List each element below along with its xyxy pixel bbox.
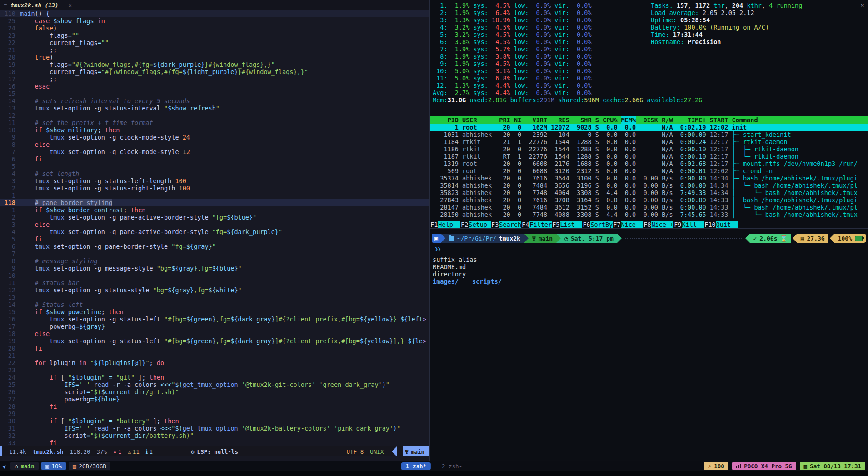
code-line[interactable]: 21 [0, 352, 429, 359]
code-line[interactable]: 1 [0, 192, 429, 199]
code-line[interactable]: 19 tmux set-option -g status-left "#[bg=… [0, 337, 429, 345]
code-line[interactable]: 2 tmux set-option -g status-right-length… [0, 185, 429, 192]
code-line[interactable]: 20 true) [0, 54, 429, 61]
code-line[interactable]: 9 tmux set-option -g clock-mode-style 24 [0, 134, 429, 141]
code-line[interactable]: 28 fi [0, 403, 429, 410]
code-line[interactable]: 6 tmux set-option -g pane-border-style "… [0, 243, 429, 250]
column-header-mem[interactable]: MEM% [621, 116, 636, 124]
column-header-cmd[interactable]: Command [732, 116, 758, 124]
code-line[interactable]: 10 [0, 272, 429, 279]
column-header-shr[interactable]: SHR [573, 116, 592, 124]
code-line[interactable]: 14 # sets refresh interval to every 5 se… [0, 97, 429, 105]
fkey-f5[interactable]: F5List [552, 221, 582, 228]
process-row[interactable]: 1186 rtkit 20 0 22776 1544 1288 S 0.0 0.… [430, 145, 868, 153]
code-line[interactable]: 31 IFS=' ' read -r -a colors <<<"$(get_t… [0, 425, 429, 432]
fkey-f9[interactable]: F9Kill [673, 221, 704, 228]
fkey-f3[interactable]: F3Search [491, 221, 521, 228]
fkey-f2[interactable]: F2Setup [460, 221, 491, 228]
column-header-time[interactable]: TIME+ [677, 116, 706, 124]
process-row[interactable]: 27843 abhishek 20 0 7616 3708 3164 S 0.0… [430, 196, 868, 204]
code-line[interactable]: 9 tmux set-option -g message-style "bg=$… [0, 265, 429, 272]
fkey-f8[interactable]: F8Nice + [643, 221, 673, 228]
process-row[interactable]: 1319 root 20 0 6608 2176 1688 S 0.0 0.0 … [430, 160, 868, 167]
fkey-f4[interactable]: F4Filter [521, 221, 552, 228]
code-line[interactable]: 33 fi [0, 439, 429, 446]
fkey-f1[interactable]: F1Help [430, 221, 460, 228]
column-header-disk[interactable]: DISK R/W [639, 116, 673, 124]
code-line[interactable]: 18 else [0, 330, 429, 337]
code-line[interactable]: 15 [0, 90, 429, 97]
code-line[interactable]: 4 # set length [0, 170, 429, 177]
code-line[interactable]: 16 tmux set-option -g status-left "#[bg=… [0, 316, 429, 323]
column-header-start[interactable]: START [710, 116, 728, 124]
window-close-icon[interactable]: × [861, 1, 864, 9]
process-row[interactable]: 1 root 20 0 162M 12072 9028 S 0.0 0.0 N/… [430, 124, 868, 131]
session-segment[interactable]: ⌂ main [10, 462, 39, 470]
code-line[interactable]: 25 IFS=' ' read -r -a colors <<<"$(get_t… [0, 381, 429, 388]
column-header-cpu[interactable]: CPU% [603, 116, 618, 124]
code-area[interactable]: 110main() {25 case $show_flags in24 fals… [0, 10, 429, 446]
process-row[interactable]: 35814 abhishek 20 0 7484 3656 3196 S 0.0… [430, 182, 868, 189]
column-header-pri[interactable]: PRI [499, 116, 510, 124]
code-line[interactable]: 4 tmux set-option -g pane-active-border-… [0, 228, 429, 235]
process-row[interactable]: 28150 abhishek 20 0 7748 4088 3308 S 4.4… [430, 211, 868, 218]
code-line[interactable]: 12 tmux set-option -g status-style "bg=$… [0, 286, 429, 294]
process-row[interactable]: 35823 abhishek 20 0 7748 4064 3308 S 4.4… [430, 189, 868, 196]
code-line[interactable]: 12 [0, 112, 429, 119]
code-line[interactable]: 25 case $show_flags in [0, 17, 429, 25]
code-line[interactable]: 24 false) [0, 25, 429, 32]
code-line[interactable]: 11 # set the prefix + t time format [0, 119, 429, 126]
code-line[interactable]: 21 ;; [0, 46, 429, 54]
tmux-window-2[interactable]: 2 zsh- [437, 462, 467, 470]
code-line[interactable]: 16 esac [0, 83, 429, 90]
code-line[interactable]: 8 else [0, 141, 429, 148]
code-line[interactable]: 15 if $show_powerline; then [0, 308, 429, 316]
code-line[interactable]: 29 [0, 410, 429, 417]
fkey-f6[interactable]: F6SortBy [582, 221, 613, 228]
tab-title[interactable]: tmux2k.sh (13) [10, 2, 58, 9]
code-line[interactable]: 26 script="$($current_dir/git.sh)" [0, 388, 429, 396]
code-line[interactable]: 32 script="$($current_dir/battery.sh)" [0, 432, 429, 439]
code-line[interactable]: 19 flags="#{?window_flags,#{fg=${dark_pu… [0, 61, 429, 68]
code-line[interactable]: 110main() { [0, 10, 429, 17]
process-row[interactable]: 28147 abhishek 20 0 7484 3612 3152 S 0.0… [430, 204, 868, 211]
code-line[interactable]: 27 powerbg=${blue} [0, 396, 429, 403]
code-line[interactable]: 14 # Status left [0, 301, 429, 308]
code-line[interactable]: 13 [0, 294, 429, 301]
code-line[interactable]: 8 # message styling [0, 257, 429, 265]
code-line[interactable]: 30 if [ "$lplugin" = "battery" ]; then [0, 417, 429, 425]
code-line[interactable]: 3 tmux set-option -g status-left-length … [0, 177, 429, 185]
prompt-input-line[interactable]: ❯❯ [434, 245, 866, 252]
terminal-pane[interactable]: ▣ ~/Pr/Gi/Pr/tmux2k Ψ main ◔ Sat, 5:17 p… [430, 229, 868, 461]
code-line[interactable]: 17 ;; [0, 75, 429, 83]
code-line[interactable]: 20 fi [0, 345, 429, 352]
code-line[interactable]: 22 current_flags="" [0, 39, 429, 46]
process-row[interactable]: 1031 abhishek 20 0 2392 104 0 S 0.0 0.0 … [430, 131, 868, 138]
launcher-icon[interactable]: ▶ [1, 462, 8, 469]
process-row[interactable]: 569 root 20 0 6688 3120 2312 S 0.0 0.0 N… [430, 167, 868, 175]
process-row[interactable]: 35374 abhishek 20 0 7616 3644 3100 S 0.0… [430, 175, 868, 182]
column-header-user[interactable]: USER [462, 116, 495, 124]
code-line[interactable]: 7 tmux set-option -g clock-mode-style 12 [0, 148, 429, 155]
code-line[interactable]: 5 [0, 163, 429, 170]
column-header-virt[interactable]: VIRT [525, 116, 547, 124]
code-line[interactable]: 3 else [0, 221, 429, 228]
code-line[interactable]: 18 current_flags="#{?window_flags,#{fg=$… [0, 68, 429, 75]
code-line[interactable]: 23 flags="" [0, 32, 429, 39]
code-line[interactable]: 13 tmux set-option -g status-interval "$… [0, 105, 429, 112]
code-line[interactable]: 22 for lplugin in "${lplugins[@]}"; do [0, 359, 429, 366]
code-line[interactable]: 118 # pane border styling [0, 199, 429, 206]
code-line[interactable]: 6 fi [0, 155, 429, 163]
process-row[interactable]: 1184 rtkit 21 1 22776 1544 1288 S 0.0 0.… [430, 138, 868, 145]
fkey-f7[interactable]: F7Nice - [613, 221, 643, 228]
code-line[interactable]: 1 if $show_border_contrast; then [0, 206, 429, 214]
column-header-pid[interactable]: PID [433, 116, 459, 124]
code-line[interactable]: 24 if [ "$lplugin" = "git" ]; then [0, 374, 429, 381]
process-row[interactable]: 1187 rtkit RT 1 22776 1544 1288 S 0.0 0.… [430, 153, 868, 160]
tmux-window-1[interactable]: 1 zsh* [401, 462, 431, 470]
code-line[interactable]: 23 [0, 366, 429, 374]
column-header-res[interactable]: RES [551, 116, 569, 124]
code-line[interactable]: 10 if $show_military; then [0, 126, 429, 134]
code-line[interactable]: 17 powerbg=${gray} [0, 323, 429, 330]
column-header-st[interactable]: S [595, 116, 599, 124]
